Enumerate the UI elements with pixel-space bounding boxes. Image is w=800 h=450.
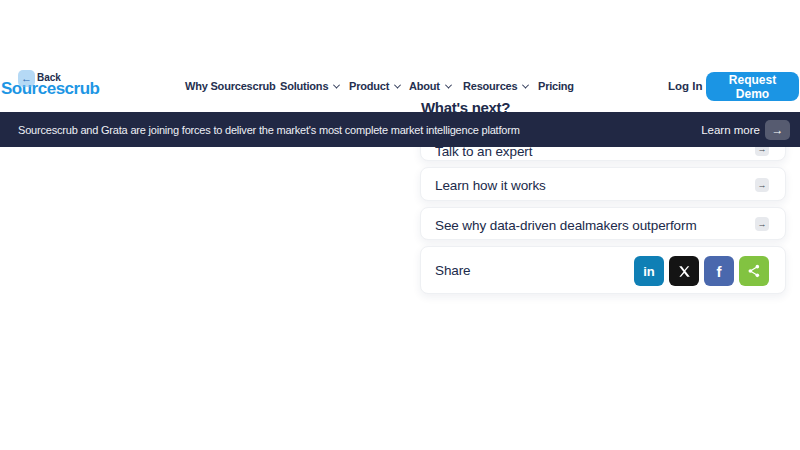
request-demo-button[interactable]: Request Demo bbox=[706, 72, 799, 101]
nav-item-solutions[interactable]: Solutions bbox=[280, 80, 339, 92]
share-buttons: in f bbox=[634, 256, 769, 286]
back-button[interactable]: ← bbox=[18, 70, 35, 87]
linkedin-icon: in bbox=[643, 264, 655, 279]
linkedin-share-button[interactable]: in bbox=[634, 256, 664, 286]
arrow-left-icon: ← bbox=[21, 73, 32, 84]
top-navigation-bar: Sourcescrub ← Back Why Sourcescrub Solut… bbox=[0, 0, 800, 112]
card-row-see-why-dealmakers-outperform[interactable]: See why data-driven dealmakers outperfor… bbox=[420, 207, 786, 240]
chevron-down-icon bbox=[333, 81, 340, 88]
announcement-cta: Learn more → bbox=[701, 112, 790, 147]
arrow-right-icon[interactable]: → bbox=[765, 120, 790, 140]
chevron-down-icon bbox=[522, 81, 529, 88]
page: Sourcescrub ← Back Why Sourcescrub Solut… bbox=[0, 0, 800, 450]
arrow-right-icon[interactable]: → bbox=[755, 217, 769, 231]
x-twitter-icon bbox=[677, 264, 692, 279]
learn-more-link[interactable]: Learn more bbox=[701, 124, 760, 136]
chevron-down-icon bbox=[394, 81, 401, 88]
log-in-link[interactable]: Log In bbox=[668, 80, 703, 92]
nav-label: Product bbox=[349, 80, 389, 92]
row-label: See why data-driven dealmakers outperfor… bbox=[435, 218, 697, 233]
x-twitter-share-button[interactable] bbox=[669, 256, 699, 286]
nav-item-resources[interactable]: Resources bbox=[463, 80, 528, 92]
nav-label: Resources bbox=[463, 80, 517, 92]
arrow-right-icon[interactable]: → bbox=[755, 178, 769, 192]
share-row: Share in f bbox=[420, 246, 786, 294]
share-nodes-icon bbox=[746, 263, 762, 279]
announcement-text: Sourcescrub and Grata are joining forces… bbox=[18, 124, 520, 136]
nav-item-pricing[interactable]: Pricing bbox=[538, 80, 574, 92]
nav-item-about[interactable]: About bbox=[409, 80, 451, 92]
announcement-banner: Sourcescrub and Grata are joining forces… bbox=[0, 112, 800, 147]
nav-item-why-sourcescrub[interactable]: Why Sourcescrub bbox=[185, 80, 276, 92]
nav-item-product[interactable]: Product bbox=[349, 80, 400, 92]
facebook-share-button[interactable]: f bbox=[704, 256, 734, 286]
card-row-learn-how-it-works[interactable]: Learn how it works → bbox=[420, 167, 786, 201]
share-label: Share bbox=[435, 263, 471, 278]
back-button-label[interactable]: Back bbox=[37, 72, 61, 83]
nav-label: Pricing bbox=[538, 80, 574, 92]
nav-label: Why Sourcescrub bbox=[185, 80, 276, 92]
nav-label: About bbox=[409, 80, 440, 92]
chevron-down-icon bbox=[445, 81, 452, 88]
row-label: Learn how it works bbox=[435, 178, 546, 193]
generic-share-button[interactable] bbox=[739, 256, 769, 286]
nav-label: Solutions bbox=[280, 80, 328, 92]
facebook-icon: f bbox=[717, 263, 722, 280]
